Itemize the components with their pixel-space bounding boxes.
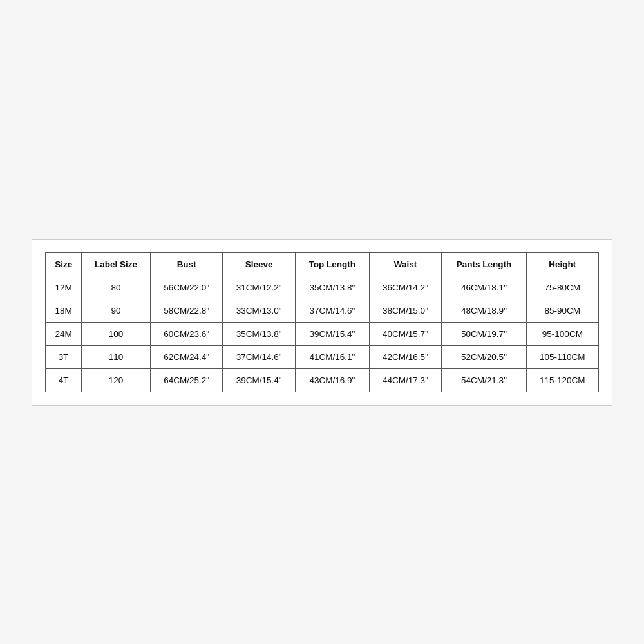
table-header-cell: Height xyxy=(526,252,598,276)
table-cell: 58CM/22.8" xyxy=(150,299,223,322)
table-cell: 3T xyxy=(46,345,82,368)
table-cell: 37CM/14.6" xyxy=(223,345,296,368)
table-cell: 62CM/24.4" xyxy=(150,345,223,368)
table-cell: 40CM/15.7" xyxy=(369,322,442,345)
table-cell: 31CM/12.2" xyxy=(223,276,296,299)
table-cell: 41CM/16.1" xyxy=(296,345,370,368)
table-body: 12M8056CM/22.0"31CM/12.2"35CM/13.8"36CM/… xyxy=(46,276,599,392)
table-header-cell: Label Size xyxy=(82,252,150,276)
table-cell: 60CM/23.6" xyxy=(150,322,223,345)
table-row: 3T11062CM/24.4"37CM/14.6"41CM/16.1"42CM/… xyxy=(46,345,599,368)
table-header-row: SizeLabel SizeBustSleeveTop LengthWaistP… xyxy=(46,252,599,276)
table-cell: 75-80CM xyxy=(526,276,598,299)
table-cell: 4T xyxy=(46,368,82,392)
table-cell: 39CM/15.4" xyxy=(296,322,370,345)
table-cell: 110 xyxy=(82,345,150,368)
table-cell: 100 xyxy=(82,322,150,345)
table-cell: 95-100CM xyxy=(526,322,598,345)
table-cell: 35CM/13.8" xyxy=(223,322,296,345)
size-chart-container: SizeLabel SizeBustSleeveTop LengthWaistP… xyxy=(32,239,612,406)
table-cell: 64CM/25.2" xyxy=(150,368,223,392)
table-row: 4T12064CM/25.2"39CM/15.4"43CM/16.9"44CM/… xyxy=(46,368,599,392)
table-cell: 50CM/19.7" xyxy=(442,322,526,345)
table-cell: 35CM/13.8" xyxy=(296,276,370,299)
table-cell: 18M xyxy=(46,299,82,322)
table-cell: 37CM/14.6" xyxy=(296,299,370,322)
table-cell: 38CM/15.0" xyxy=(369,299,442,322)
table-cell: 48CM/18.9" xyxy=(442,299,526,322)
table-row: 12M8056CM/22.0"31CM/12.2"35CM/13.8"36CM/… xyxy=(46,276,599,299)
table-cell: 36CM/14.2" xyxy=(369,276,442,299)
table-cell: 56CM/22.0" xyxy=(150,276,223,299)
table-cell: 120 xyxy=(82,368,150,392)
table-cell: 85-90CM xyxy=(526,299,598,322)
table-cell: 39CM/15.4" xyxy=(223,368,296,392)
table-header-cell: Size xyxy=(46,252,82,276)
table-cell: 44CM/17.3" xyxy=(369,368,442,392)
table-cell: 12M xyxy=(46,276,82,299)
table-header-cell: Waist xyxy=(369,252,442,276)
table-cell: 105-110CM xyxy=(526,345,598,368)
table-header-cell: Bust xyxy=(150,252,223,276)
table-row: 18M9058CM/22.8"33CM/13.0"37CM/14.6"38CM/… xyxy=(46,299,599,322)
size-chart-table: SizeLabel SizeBustSleeveTop LengthWaistP… xyxy=(45,252,599,392)
table-header-cell: Top Length xyxy=(296,252,370,276)
table-header-cell: Pants Length xyxy=(442,252,526,276)
table-cell: 46CM/18.1" xyxy=(442,276,526,299)
table-row: 24M10060CM/23.6"35CM/13.8"39CM/15.4"40CM… xyxy=(46,322,599,345)
table-cell: 80 xyxy=(82,276,150,299)
table-cell: 42CM/16.5" xyxy=(369,345,442,368)
table-cell: 33CM/13.0" xyxy=(223,299,296,322)
table-cell: 54CM/21.3" xyxy=(442,368,526,392)
table-cell: 52CM/20.5" xyxy=(442,345,526,368)
table-cell: 24M xyxy=(46,322,82,345)
table-cell: 43CM/16.9" xyxy=(296,368,370,392)
table-cell: 90 xyxy=(82,299,150,322)
table-cell: 115-120CM xyxy=(526,368,598,392)
table-header-cell: Sleeve xyxy=(223,252,296,276)
